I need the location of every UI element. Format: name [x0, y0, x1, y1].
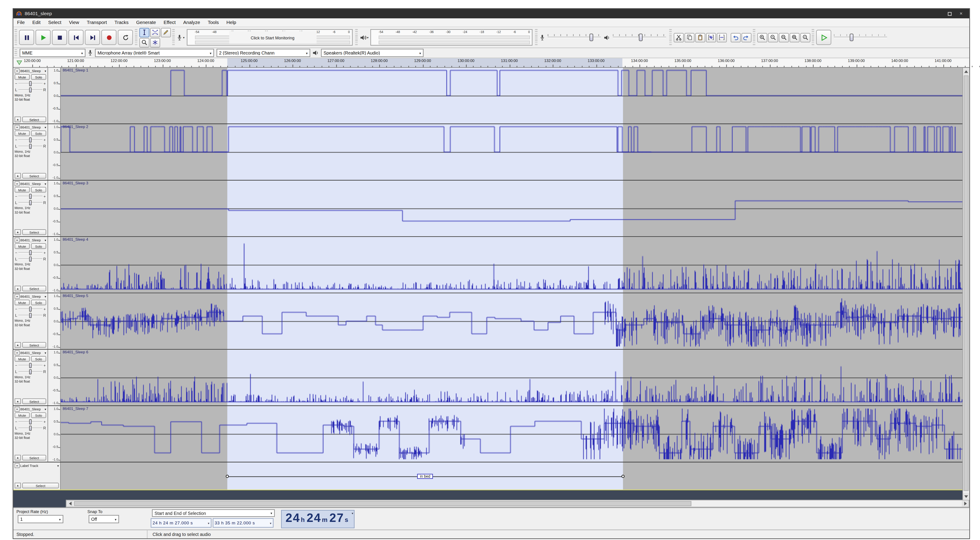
gain-slider-thumb[interactable] [29, 363, 32, 368]
recording-channels-select[interactable]: 2 (Stereo) Recording Chann▾ [216, 49, 310, 57]
pan-slider-thumb[interactable] [29, 369, 32, 374]
pan-slider[interactable]: L R [14, 313, 46, 318]
waveform-canvas[interactable] [61, 406, 963, 462]
track-close-button[interactable]: × [14, 350, 19, 355]
gain-slider[interactable]: − + [14, 81, 46, 86]
toolbar-grip[interactable] [669, 29, 672, 46]
track-name-menu[interactable]: 86401_Sleep ▾ [20, 295, 46, 298]
multi-tool-button[interactable] [150, 38, 160, 47]
waveform-area[interactable]: 86401_Sleep 2 [61, 124, 964, 180]
gain-slider[interactable]: − + [14, 250, 46, 255]
track-close-button[interactable]: × [14, 463, 19, 468]
collapse-button[interactable]: ▲ [14, 286, 21, 292]
vertical-scale-ruler[interactable]: 1.00.50.0-0.5-1.0 [48, 180, 61, 236]
solo-button[interactable]: Solo [31, 243, 46, 249]
waveform-canvas[interactable] [61, 124, 963, 180]
play-meter-speaker-icon[interactable]: ▾ [359, 34, 369, 41]
waveform-canvas[interactable] [61, 350, 963, 405]
label-text[interactable]: in bed [417, 473, 433, 478]
waveform-area[interactable]: 86401_Sleep 7 [61, 406, 964, 462]
vertical-scale-ruler[interactable]: 1.00.50.0-0.5-1.0 [48, 124, 61, 180]
toolbar-grip[interactable] [14, 49, 17, 57]
gain-slider[interactable]: − + [14, 194, 46, 199]
track-name-menu[interactable]: Label Track ▾ [20, 464, 59, 468]
menu-edit[interactable]: Edit [29, 18, 44, 27]
menu-analyze[interactable]: Analyze [180, 18, 204, 27]
gain-slider-thumb[interactable] [29, 307, 32, 312]
pan-slider[interactable]: L R [14, 87, 46, 92]
track-name-menu[interactable]: 86401_Sleep ▾ [20, 125, 46, 129]
toolbar-grip[interactable] [355, 29, 357, 46]
selection-mode-select[interactable]: Start and End of Selection▾ [152, 509, 275, 517]
gain-slider[interactable]: − + [14, 137, 46, 143]
stop-button[interactable] [52, 30, 67, 45]
skip-to-end-button[interactable] [85, 30, 100, 45]
vertical-scroll-thumb[interactable] [964, 75, 969, 491]
pan-slider[interactable]: L R [14, 144, 46, 149]
scroll-down-arrow[interactable] [963, 493, 969, 500]
recording-meter[interactable]: -54-48-42-36-30-24-18-12-60 Click to Sta… [186, 29, 353, 46]
title-bar[interactable]: 86401_sleep × [13, 9, 969, 18]
waveform-canvas[interactable] [61, 293, 963, 349]
select-button[interactable]: Select [22, 116, 46, 122]
toolbar-grip[interactable] [812, 29, 814, 46]
select-button[interactable]: Select [22, 483, 59, 488]
menu-view[interactable]: View [65, 18, 83, 27]
mute-button[interactable]: Mute [14, 131, 30, 136]
waveform-area[interactable]: 86401_Sleep 6 [61, 350, 964, 405]
skip-to-start-button[interactable] [68, 30, 83, 45]
waveform-canvas[interactable] [61, 68, 963, 124]
record-meter-mic-icon[interactable]: ▾ [177, 34, 185, 41]
recording-device-select[interactable]: Microphone Array (Intel® Smart▾ [95, 49, 214, 57]
big-time-display[interactable]: 24h 24m 27s ▾ [281, 510, 355, 528]
menu-file[interactable]: File [13, 18, 29, 27]
collapse-button[interactable]: ▲ [14, 455, 21, 460]
restore-button[interactable] [944, 9, 955, 18]
label-track-area[interactable]: in bed [61, 462, 964, 489]
snap-to-select[interactable]: Off▾ [89, 515, 119, 523]
label-start-handle[interactable] [226, 475, 229, 478]
copy-button[interactable] [684, 33, 694, 42]
timeline-ruler[interactable]: 120:00:00121:00:00122:00:00123:00:00124:… [13, 58, 969, 68]
menu-help[interactable]: Help [223, 18, 240, 27]
silence-audio-button[interactable] [716, 33, 727, 42]
mute-button[interactable]: Mute [14, 299, 30, 305]
play-at-speed-button[interactable] [816, 30, 831, 45]
toolbar-grip[interactable] [535, 29, 538, 46]
zoom-out-button[interactable] [768, 33, 778, 42]
selection-tool-button[interactable] [139, 28, 149, 37]
select-button[interactable]: Select [22, 173, 46, 178]
waveform-area[interactable]: 86401_Sleep 3 [61, 180, 964, 236]
pan-slider[interactable]: L R [14, 369, 46, 374]
toolbar-grip[interactable] [172, 29, 175, 46]
chevron-down-icon[interactable]: ▾ [352, 511, 353, 515]
draw-tool-button[interactable] [161, 28, 171, 37]
gain-slider[interactable]: − + [14, 419, 46, 424]
pause-button[interactable] [19, 30, 34, 45]
toolbar-grip[interactable] [135, 29, 137, 46]
menu-select[interactable]: Select [44, 18, 65, 27]
track-name-menu[interactable]: 86401_Sleep ▾ [20, 351, 46, 355]
waveform-area[interactable]: 86401_Sleep 4 [61, 237, 964, 293]
solo-button[interactable]: Solo [31, 74, 46, 80]
project-rate-select[interactable]: 1▾ [18, 515, 63, 523]
gain-slider-thumb[interactable] [29, 194, 32, 199]
audio-host-select[interactable]: MME▾ [20, 49, 86, 57]
timeline-options-icon[interactable] [16, 60, 22, 65]
playback-meter[interactable]: -54-48-42-36-30-24-18-12-60 [371, 29, 533, 46]
pan-slider-thumb[interactable] [29, 144, 32, 149]
mute-button[interactable]: Mute [14, 187, 30, 193]
undo-button[interactable] [730, 33, 741, 42]
track-name-menu[interactable]: 86401_Sleep ▾ [20, 238, 46, 242]
vertical-scale-ruler[interactable]: 1.00.50.0-0.5-1.0 [48, 350, 61, 405]
vertical-scale-ruler[interactable]: 1.00.50.0-0.5-1.0 [48, 293, 61, 349]
scroll-right-arrow[interactable] [962, 500, 969, 507]
recording-volume-thumb[interactable] [590, 33, 593, 41]
cut-button[interactable] [673, 33, 684, 42]
select-button[interactable]: Select [22, 398, 46, 404]
gain-slider-thumb[interactable] [29, 250, 32, 255]
pan-slider-thumb[interactable] [29, 200, 32, 205]
play-speed-thumb[interactable] [850, 33, 853, 41]
zoom-tool-button[interactable] [139, 38, 149, 47]
scroll-up-arrow[interactable] [963, 68, 969, 75]
